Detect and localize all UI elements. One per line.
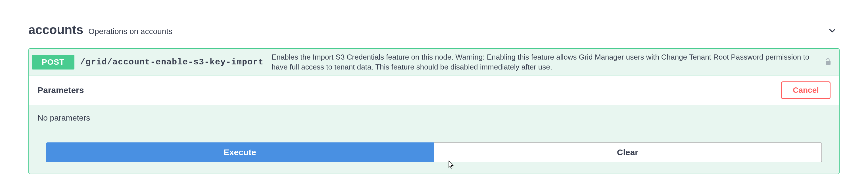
parameters-body: No parameters Execute Clear: [29, 105, 839, 174]
section-subtitle: Operations on accounts: [88, 27, 173, 36]
operation-description: Enables the Import S3 Credentials featur…: [272, 52, 818, 72]
collapse-toggle[interactable]: [827, 26, 837, 37]
operation-path: /grid/account-enable-s3-key-import: [80, 57, 264, 67]
execute-button[interactable]: Execute: [46, 142, 434, 162]
operation-block: POST /grid/account-enable-s3-key-import …: [28, 48, 840, 174]
auth-lock-button[interactable]: [824, 58, 833, 67]
chevron-down-icon: [827, 26, 837, 36]
parameters-bar: Parameters Cancel: [29, 75, 839, 105]
no-parameters-text: No parameters: [37, 113, 831, 122]
section-header[interactable]: accounts Operations on accounts: [28, 23, 840, 37]
operation-summary[interactable]: POST /grid/account-enable-s3-key-import …: [29, 49, 839, 75]
cancel-button[interactable]: Cancel: [781, 81, 831, 99]
clear-button[interactable]: Clear: [434, 142, 822, 162]
section-title: accounts: [28, 23, 83, 37]
action-buttons: Execute Clear: [37, 142, 831, 162]
unlock-icon: [824, 58, 832, 66]
method-badge: POST: [32, 55, 74, 70]
parameters-title: Parameters: [37, 85, 84, 95]
